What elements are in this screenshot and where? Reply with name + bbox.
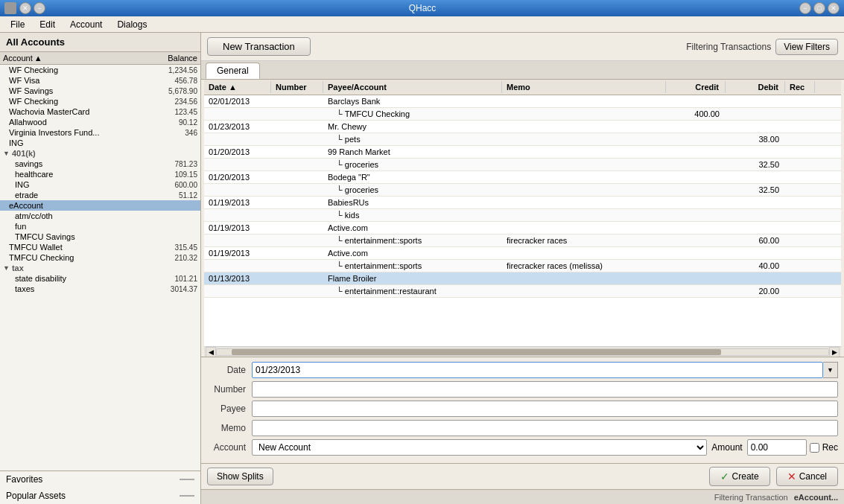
tab-general[interactable]: General bbox=[206, 63, 260, 79]
list-item-selected[interactable]: eAccount bbox=[0, 200, 200, 211]
tx-rec bbox=[785, 252, 815, 255]
menu-edit[interactable]: Edit bbox=[32, 18, 63, 31]
scroll-left-arrow[interactable]: ◀ bbox=[206, 347, 216, 357]
date-input[interactable] bbox=[252, 362, 823, 378]
table-container: 02/01/2013 Barclays Bank └ TMFCU Checkin… bbox=[204, 95, 841, 346]
transaction-group: 01/19/2013 BabiesRUs └ kids bbox=[204, 197, 841, 222]
list-item-group[interactable]: ▼ 401(k) bbox=[0, 148, 200, 159]
horizontal-scrollbar[interactable]: ◀ ▶ bbox=[204, 346, 841, 357]
scroll-track[interactable] bbox=[216, 348, 829, 356]
tx-memo bbox=[502, 176, 666, 179]
tx-date: 01/19/2013 bbox=[204, 197, 271, 208]
window-controls-right[interactable]: − □ ✕ bbox=[799, 2, 840, 14]
list-item[interactable]: atm/cc/oth bbox=[0, 211, 200, 221]
minimize-right-button[interactable]: − bbox=[799, 2, 811, 14]
tx-sub-date bbox=[204, 264, 271, 267]
tx-credit bbox=[666, 201, 726, 204]
list-item[interactable]: TMFCU Wallet 315.45 bbox=[0, 242, 200, 252]
rec-checkbox[interactable] bbox=[810, 443, 819, 453]
list-item[interactable]: WF Checking 234.56 bbox=[0, 96, 200, 106]
tx-debit bbox=[726, 252, 785, 255]
account-name: WF Visa bbox=[9, 76, 145, 85]
new-transaction-button[interactable]: New Transaction bbox=[207, 37, 311, 56]
tx-date: 01/19/2013 bbox=[204, 247, 271, 259]
maximize-button[interactable]: □ bbox=[813, 2, 825, 14]
list-item[interactable]: TMFCU Checking 210.32 bbox=[0, 252, 200, 263]
scroll-right-arrow[interactable]: ▶ bbox=[829, 347, 840, 357]
list-item[interactable]: TMFCU Savings bbox=[0, 232, 200, 242]
list-item[interactable]: Allahwood 90.12 bbox=[0, 117, 200, 127]
table-body: 02/01/2013 Barclays Bank └ TMFCU Checkin… bbox=[204, 95, 841, 346]
menu-account[interactable]: Account bbox=[63, 18, 110, 31]
list-item[interactable]: taxes 3014.37 bbox=[0, 284, 200, 294]
table-row[interactable]: 01/23/2013 Mr. Chewy bbox=[204, 121, 841, 133]
th-credit: Credit bbox=[666, 81, 726, 93]
tx-number bbox=[271, 150, 323, 153]
tx-sub-rec bbox=[785, 163, 815, 166]
amount-input[interactable] bbox=[747, 439, 807, 456]
tabs: General bbox=[201, 61, 844, 80]
list-item[interactable]: savings 781.23 bbox=[0, 159, 200, 169]
list-item[interactable]: Virginia Investors Fund... 346 bbox=[0, 127, 200, 138]
table-row[interactable]: 01/19/2013 Active.com bbox=[204, 222, 841, 235]
cancel-icon: ✕ bbox=[787, 470, 796, 482]
account-name: WF Savings bbox=[9, 86, 145, 95]
table-row-selected[interactable]: 01/13/2013 Flame Broiler bbox=[204, 272, 841, 285]
list-item[interactable]: WF Visa 456.78 bbox=[0, 75, 200, 86]
table-sub-row: └ pets 38.00 bbox=[204, 133, 841, 146]
menu-dialogs[interactable]: Dialogs bbox=[110, 18, 154, 31]
list-item-group[interactable]: ▼ tax bbox=[0, 263, 200, 273]
menu-file[interactable]: File bbox=[3, 18, 32, 31]
tx-memo bbox=[502, 150, 666, 153]
sidebar: All Accounts Account ▲ Balance WF Checki… bbox=[0, 33, 201, 504]
tx-date: 02/01/2013 bbox=[204, 95, 271, 107]
tx-sub-number bbox=[271, 290, 323, 293]
list-item[interactable]: WF Savings 5,678.90 bbox=[0, 86, 200, 96]
account-balance: 234.56 bbox=[145, 98, 197, 106]
account-select[interactable]: New Account bbox=[252, 439, 707, 456]
show-splits-button[interactable]: Show Splits bbox=[207, 468, 273, 485]
window-buttons[interactable]: ✕ − bbox=[19, 2, 45, 14]
sidebar-popular-assets[interactable]: Popular Assets bbox=[0, 488, 200, 504]
tx-payee: Active.com bbox=[323, 222, 502, 234]
list-item[interactable]: state disability 101.21 bbox=[0, 273, 200, 284]
date-dropdown-button[interactable]: ▼ bbox=[823, 362, 838, 378]
account-list: WF Checking 1,234.56 WF Visa 456.78 WF S… bbox=[0, 65, 200, 470]
date-input-wrap: ▼ bbox=[252, 362, 838, 378]
table-row[interactable]: 01/19/2013 BabiesRUs bbox=[204, 197, 841, 209]
list-item[interactable]: healthcare 109.15 bbox=[0, 169, 200, 179]
tx-debit bbox=[726, 100, 785, 103]
tx-credit bbox=[666, 125, 726, 128]
tx-credit bbox=[666, 226, 726, 229]
list-item[interactable]: Wachovia MasterCard 123.45 bbox=[0, 106, 200, 117]
number-input[interactable] bbox=[252, 381, 838, 398]
close-button[interactable]: ✕ bbox=[19, 2, 31, 14]
payee-input[interactable] bbox=[252, 401, 838, 417]
list-item[interactable]: etrade 51.12 bbox=[0, 190, 200, 200]
tx-sub-memo bbox=[502, 163, 666, 166]
account-name: ING bbox=[15, 180, 145, 189]
view-filters-button[interactable]: View Filters bbox=[775, 39, 838, 55]
table-row[interactable]: 01/20/2013 Bodega "R" bbox=[204, 171, 841, 184]
tx-sub-number bbox=[271, 188, 323, 191]
sidebar-favorites[interactable]: Favorites bbox=[0, 471, 200, 488]
account-name: fun bbox=[15, 222, 145, 231]
list-item[interactable]: fun bbox=[0, 221, 200, 232]
create-button[interactable]: ✓ Create bbox=[709, 467, 770, 486]
th-debit: Debit bbox=[726, 81, 785, 93]
minimize-button[interactable]: − bbox=[34, 2, 45, 14]
table-row[interactable]: 01/20/2013 99 Ranch Market bbox=[204, 146, 841, 159]
top-bar: New Transaction Filtering Transactions V… bbox=[201, 33, 844, 61]
tx-rec bbox=[785, 100, 815, 103]
table-row[interactable]: 02/01/2013 Barclays Bank bbox=[204, 95, 841, 108]
cancel-button[interactable]: ✕ Cancel bbox=[776, 467, 838, 486]
list-item[interactable]: ING 600.00 bbox=[0, 179, 200, 190]
account-name: savings bbox=[15, 159, 145, 168]
table-row[interactable]: 01/19/2013 Active.com bbox=[204, 247, 841, 260]
account-balance: 123.45 bbox=[145, 108, 197, 116]
scroll-thumb[interactable] bbox=[232, 349, 721, 355]
close-right-button[interactable]: ✕ bbox=[828, 2, 840, 14]
memo-input[interactable] bbox=[252, 420, 838, 436]
list-item[interactable]: WF Checking 1,234.56 bbox=[0, 65, 200, 75]
list-item[interactable]: ING bbox=[0, 138, 200, 148]
